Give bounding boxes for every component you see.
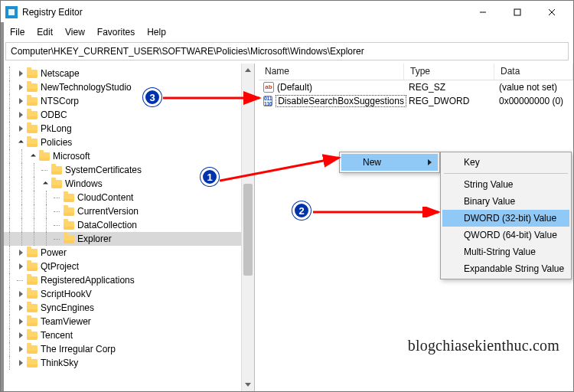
tree-item[interactable]: ScriptHookV <box>4 287 254 301</box>
chevron-down-icon[interactable] <box>41 179 50 188</box>
window-controls <box>465 1 569 24</box>
chevron-right-icon[interactable] <box>16 83 25 92</box>
column-type[interactable]: Type <box>404 64 494 80</box>
close-button[interactable] <box>534 1 569 24</box>
folder-icon <box>27 332 38 340</box>
context-menu[interactable]: New <box>339 152 440 173</box>
tree-indent <box>4 218 16 232</box>
tree-item[interactable]: The Irregular Corp <box>4 342 254 356</box>
chevron-right-icon[interactable] <box>16 110 25 119</box>
chevron-right-icon[interactable] <box>16 358 25 368</box>
tree-item-label: SyncEngines <box>41 302 94 313</box>
chevron-right-icon[interactable] <box>16 317 25 326</box>
folder-icon <box>27 111 38 119</box>
tree-item-label: The Irregular Corp <box>41 344 116 354</box>
list-header: Name Type Data <box>259 64 573 80</box>
menu-help[interactable]: Help <box>141 25 172 39</box>
chevron-right-icon[interactable] <box>16 124 25 133</box>
column-data[interactable]: Data <box>494 64 573 80</box>
tree-item[interactable]: QtProject <box>4 260 254 273</box>
chevron-down-icon[interactable] <box>28 152 38 161</box>
chevron-down-icon[interactable] <box>16 138 25 147</box>
regedit-icon <box>5 6 18 18</box>
maximize-button[interactable] <box>500 1 534 24</box>
context-submenu[interactable]: KeyString ValueBinary ValueDWORD (32-bit… <box>440 152 572 279</box>
menu-file[interactable]: File <box>4 25 31 39</box>
tree-item[interactable]: PkLong <box>4 122 254 136</box>
context-item[interactable]: Binary Value <box>442 193 569 210</box>
list-row[interactable]: 011 110DisableSearchBoxSuggestionsREG_DW… <box>259 94 573 108</box>
menu-favorites[interactable]: Favorites <box>91 25 141 39</box>
tree-item[interactable]: Explorer <box>4 232 254 246</box>
tree-pane[interactable]: NetscapeNewTechnologyStudioNTSCorpODBCPk… <box>1 64 255 391</box>
tree-item-label: Netscape <box>41 68 80 79</box>
list-row[interactable]: ab(Default)REG_SZ(value not set) <box>259 80 573 94</box>
value-name-editing[interactable]: DisableSearchBoxSuggestions <box>276 95 406 107</box>
value-type: REG_DWORD <box>404 96 494 106</box>
folder-icon <box>27 83 38 92</box>
tree-item[interactable]: CurrentVersion <box>4 204 254 218</box>
tree-indent <box>28 204 41 218</box>
menu-edit[interactable]: Edit <box>31 25 59 39</box>
folder-icon <box>27 139 38 147</box>
window-left-border <box>1 22 4 391</box>
submenu-arrow-icon <box>428 159 432 165</box>
chevron-right-icon[interactable] <box>16 69 25 78</box>
tree-item[interactable]: ODBC <box>4 108 254 122</box>
tree-item-label: PkLong <box>41 123 72 134</box>
tree-item[interactable]: DataCollection <box>4 218 254 232</box>
tree-indent <box>28 177 41 191</box>
tree-item[interactable]: SyncEngines <box>4 301 254 315</box>
tree-item[interactable]: Policies <box>4 136 254 149</box>
context-item-new[interactable]: New <box>341 154 438 171</box>
tree-indent <box>4 328 16 342</box>
chevron-right-icon[interactable] <box>16 303 25 312</box>
context-item[interactable]: Key <box>442 154 569 171</box>
chevron-right-icon[interactable] <box>16 345 25 354</box>
window-title: Registry Editor <box>22 7 465 18</box>
chevron-right-icon[interactable] <box>16 289 25 299</box>
tree-item[interactable]: Netscape <box>4 67 254 80</box>
tree-connector <box>53 207 62 216</box>
context-item[interactable]: QWORD (64-bit) Value <box>442 227 569 243</box>
tree-item-label: NTSCorp <box>41 96 79 106</box>
value-data: (value not set) <box>494 82 573 93</box>
tree-item-label: Windows <box>65 178 103 189</box>
tree-item[interactable]: Power <box>4 246 254 260</box>
tree-indent <box>16 149 28 163</box>
tree-indent <box>16 204 28 218</box>
chevron-right-icon[interactable] <box>16 331 25 340</box>
scroll-up-button[interactable] <box>242 64 254 77</box>
chevron-right-icon[interactable] <box>16 262 25 271</box>
tree-item-label: Power <box>41 247 67 258</box>
tree-item-label: ThinkSky <box>41 358 78 368</box>
column-name[interactable]: Name <box>259 64 404 80</box>
tree-item[interactable]: Microsoft <box>4 149 254 163</box>
context-item[interactable]: Expandable String Value <box>442 260 569 277</box>
tree-item[interactable]: CloudContent <box>4 191 254 204</box>
tree-item[interactable]: ThinkSky <box>4 356 254 370</box>
minimize-button[interactable] <box>465 1 500 24</box>
chevron-right-icon[interactable] <box>16 248 25 257</box>
scroll-thumb[interactable] <box>243 184 253 276</box>
tree-item[interactable]: RegisteredApplications <box>4 273 254 287</box>
tree-indent <box>41 204 53 218</box>
chevron-right-icon[interactable] <box>16 96 25 106</box>
context-item[interactable]: DWORD (32-bit) Value <box>442 210 569 227</box>
tree-indent <box>4 191 16 204</box>
tree-item[interactable]: Tencent <box>4 328 254 342</box>
scroll-down-button[interactable] <box>242 378 254 391</box>
title-bar: Registry Editor <box>1 1 573 24</box>
menu-view[interactable]: View <box>59 25 91 39</box>
context-item[interactable]: Multi-String Value <box>442 243 569 260</box>
address-bar[interactable]: Computer\HKEY_CURRENT_USER\SOFTWARE\Poli… <box>5 42 569 60</box>
tree-item-label: DataCollection <box>77 220 137 230</box>
context-item[interactable]: String Value <box>442 176 569 193</box>
menu-separator <box>444 173 568 174</box>
tree-scrollbar[interactable] <box>241 64 254 391</box>
tree-item[interactable]: TeamViewer <box>4 315 254 328</box>
tree-indent <box>28 232 41 246</box>
tree-indent <box>4 246 16 260</box>
folder-icon <box>27 263 38 271</box>
tree-indent <box>28 191 41 204</box>
